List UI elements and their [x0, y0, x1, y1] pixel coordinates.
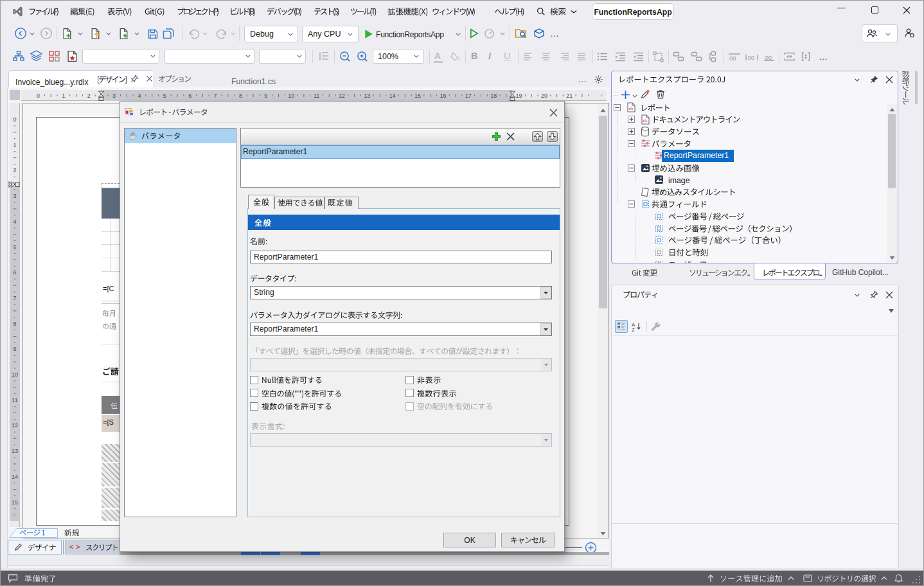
svg-text:Z: Z — [632, 327, 635, 332]
svg-text:00: 00 — [748, 54, 755, 61]
svg-text:00: 00 — [729, 55, 736, 61]
